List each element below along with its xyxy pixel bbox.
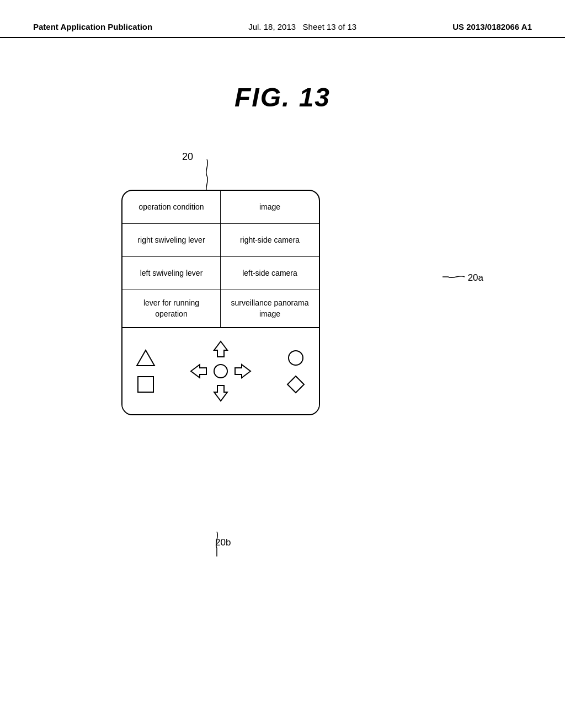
publication-label: Patent Application Publication	[33, 22, 152, 31]
center-middle-row	[189, 361, 253, 381]
center-circle-icon	[211, 361, 231, 381]
svg-marker-9	[287, 376, 304, 393]
svg-marker-7	[214, 386, 227, 401]
row1-cell2: right-side camera	[221, 224, 319, 257]
svg-rect-2	[138, 377, 153, 392]
device-upper-section: operation condition image right swivelin…	[122, 191, 319, 328]
arrow-20a	[443, 271, 470, 282]
svg-point-5	[214, 365, 227, 378]
row3-cell1: lever for running operation	[122, 290, 221, 327]
ref-label-20a: 20a	[468, 272, 483, 283]
center-icons	[189, 339, 253, 403]
device-diagram: operation condition image right swivelin…	[121, 190, 320, 415]
diamond-icon	[286, 374, 306, 394]
up-arrow-icon	[211, 339, 231, 359]
right-icons	[286, 348, 306, 394]
row2-cell2: left-side camera	[221, 257, 319, 290]
row1-cell1: right swiveling lever	[122, 224, 221, 257]
ref-label-20: 20	[182, 151, 193, 163]
page-header: Patent Application Publication Jul. 18, …	[0, 0, 565, 38]
icons-panel	[136, 339, 306, 403]
date-sheet-label: Jul. 18, 2013 Sheet 13 of 13	[248, 22, 356, 31]
triangle-icon	[136, 348, 156, 368]
right-arrow-icon	[233, 361, 253, 381]
svg-marker-3	[214, 341, 227, 357]
svg-marker-6	[235, 365, 250, 378]
row2-cell1: left swiveling lever	[122, 257, 221, 290]
device-lower-section	[122, 328, 319, 414]
svg-marker-1	[137, 350, 154, 366]
svg-point-8	[289, 351, 303, 365]
header-cell-image: image	[221, 191, 319, 224]
row3-cell2: surveillance panorama image	[221, 290, 319, 327]
header-cell-condition: operation condition	[122, 191, 221, 224]
down-arrow-icon	[211, 383, 231, 403]
left-icons	[136, 348, 156, 394]
left-arrow-icon	[189, 361, 209, 381]
date-label: Jul. 18, 2013	[248, 22, 296, 31]
svg-marker-4	[191, 365, 206, 378]
diagram-area: 20 operation condition image right swive…	[0, 135, 565, 631]
ref-label-20b: 20b	[215, 537, 231, 548]
operation-table: operation condition image right swivelin…	[122, 191, 319, 327]
patent-number-label: US 2013/0182066 A1	[452, 22, 532, 31]
figure-title: FIG. 13	[0, 82, 565, 113]
sheet-label: Sheet 13 of 13	[303, 22, 357, 31]
square-icon	[136, 374, 156, 394]
circle-outline-icon	[286, 348, 306, 368]
